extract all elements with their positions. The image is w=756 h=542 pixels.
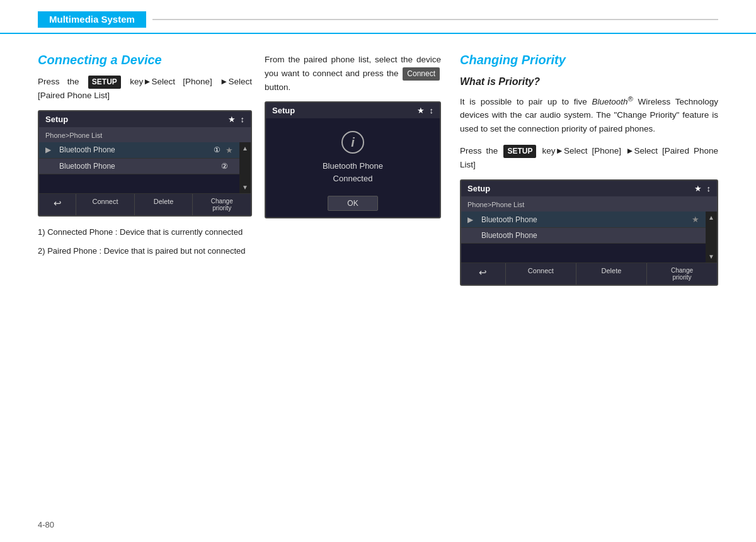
right-column: Changing Priority What is Priority? It i… bbox=[447, 53, 718, 295]
dialog-bt-icon: ★ bbox=[417, 106, 425, 115]
screen1-buttons: ↩ Connect Delete Changepriority bbox=[39, 193, 251, 215]
right-press-before: Press the bbox=[460, 146, 498, 155]
screen2-subheader-text: Phone>Phone List bbox=[467, 201, 524, 208]
page-number: 4-80 bbox=[38, 520, 54, 529]
usb-icon: ↕ bbox=[241, 115, 245, 124]
header-title-box: Multimedia System bbox=[38, 11, 146, 28]
bluetooth-icon: ★ bbox=[228, 115, 236, 124]
phone-name-1: Bluetooth Phone bbox=[59, 145, 214, 154]
back-button-1[interactable]: ↩ bbox=[39, 194, 76, 215]
phone-row-4: Bluetooth Phone bbox=[461, 228, 706, 244]
screen2-usb-icon: ↕ bbox=[707, 184, 711, 193]
setup-badge-right: SETUP bbox=[503, 145, 536, 158]
screen2-subheader: Phone>Phone List bbox=[461, 196, 717, 212]
scrollbar-1: ▲ ▼ bbox=[239, 142, 251, 193]
phone-name-3: Bluetooth Phone bbox=[481, 215, 692, 224]
changing-priority-heading: Changing Priority bbox=[460, 53, 718, 67]
connected-phone-text: Bluetooth Phone bbox=[323, 161, 383, 171]
play-icon-3: ▶ bbox=[467, 215, 478, 224]
info-icon: i bbox=[341, 131, 364, 154]
screen2-bt-icon: ★ bbox=[694, 184, 702, 193]
header-divider bbox=[152, 19, 718, 20]
right-press-text: Press the SETUP key►Select [Phone] ►Sele… bbox=[460, 144, 718, 172]
right-press-after: key►Select [Phone] ►Select [Paired Phone… bbox=[460, 146, 718, 169]
change-priority-button-2[interactable]: Changepriority bbox=[647, 263, 717, 285]
phone-num-2: ② bbox=[221, 162, 228, 171]
dialog-usb-icon: ↕ bbox=[430, 106, 434, 115]
phone-name-2: Bluetooth Phone bbox=[59, 162, 221, 171]
screen1-rows: ▶ Bluetooth Phone ① ★ Bluetooth Phone ② bbox=[39, 142, 239, 193]
connect-button-2[interactable]: Connect bbox=[506, 263, 576, 285]
screen2-body: ▶ Bluetooth Phone ★ Bluetooth Phone ▲ ▼ bbox=[461, 212, 717, 263]
screen-mockup-2: Setup ★ ↕ Phone>Phone List ▶ Bluetooth P… bbox=[460, 179, 718, 286]
left-column: Connecting a Device Press the SETUP key►… bbox=[38, 53, 252, 295]
phone-name-4: Bluetooth Phone bbox=[481, 231, 699, 240]
connecting-intro: Press the SETUP key►Select [Phone] ►Sele… bbox=[38, 75, 252, 103]
delete-button-1[interactable]: Delete bbox=[135, 194, 193, 215]
screen-mockup-1: Setup ★ ↕ Phone>Phone List ▶ Bluetooth P… bbox=[38, 110, 252, 217]
scroll-up-icon[interactable]: ▲ bbox=[242, 145, 248, 152]
screen2-title: Setup bbox=[467, 184, 685, 193]
dialog-body: i Bluetooth Phone Connected bbox=[266, 118, 440, 191]
what-is-priority-heading: What is Priority? bbox=[460, 76, 718, 88]
screen1-icons: ★ ↕ bbox=[228, 115, 245, 124]
ok-button[interactable]: OK bbox=[328, 196, 377, 211]
phone-num-1: ① bbox=[214, 145, 220, 154]
screen1-subheader: Phone>Phone List bbox=[39, 127, 251, 142]
screen2-buttons: ↩ Connect Delete Changepriority bbox=[461, 263, 717, 285]
press-text: Press the bbox=[38, 77, 79, 86]
header-title: Multimedia System bbox=[49, 14, 135, 25]
phone-row-1: ▶ Bluetooth Phone ① ★ bbox=[39, 142, 239, 159]
mid-intro-text: From the paired phone list, select the d… bbox=[265, 53, 441, 94]
screen1-empty-space bbox=[39, 174, 239, 193]
phone-row-3: ▶ Bluetooth Phone ★ bbox=[461, 212, 706, 228]
screen1-header: Setup ★ ↕ bbox=[39, 111, 251, 127]
scroll-down-icon[interactable]: ▼ bbox=[242, 184, 248, 191]
connected-status-text: Connected bbox=[333, 174, 373, 183]
page-header: Multimedia System bbox=[0, 0, 756, 34]
connecting-heading: Connecting a Device bbox=[38, 53, 252, 67]
dialog-icons: ★ ↕ bbox=[417, 106, 434, 115]
screen1-body: ▶ Bluetooth Phone ① ★ Bluetooth Phone ② … bbox=[39, 142, 251, 193]
connect-button-1[interactable]: Connect bbox=[76, 194, 135, 215]
dialog-footer: OK bbox=[266, 191, 440, 217]
connect-badge: Connect bbox=[403, 67, 440, 81]
scroll-down-icon-2[interactable]: ▼ bbox=[708, 253, 714, 260]
dialog-title: Setup bbox=[272, 106, 408, 115]
list-item-2: 2) Paired Phone : Device that is paired … bbox=[38, 244, 252, 258]
play-icon-1: ▶ bbox=[45, 145, 55, 154]
scrollbar-2: ▲ ▼ bbox=[706, 212, 717, 263]
screen1-subheader-text: Phone>Phone List bbox=[45, 132, 102, 139]
screen2-icons: ★ ↕ bbox=[694, 184, 711, 193]
change-priority-button-1[interactable]: Changepriority bbox=[193, 194, 251, 215]
screen2-header: Setup ★ ↕ bbox=[461, 181, 717, 196]
priority-body-text: It is possible to pair up to five Blueto… bbox=[460, 93, 718, 135]
mid-text-after: button. bbox=[265, 82, 290, 92]
page-footer: 4-80 bbox=[38, 520, 54, 529]
dialog-screen: Setup ★ ↕ i Bluetooth Phone Connected OK bbox=[265, 101, 441, 218]
back-button-2[interactable]: ↩ bbox=[461, 263, 506, 285]
delete-button-2[interactable]: Delete bbox=[576, 263, 647, 285]
main-content: Connecting a Device Press the SETUP key►… bbox=[0, 34, 756, 313]
list-item-1: 1) Connected Phone : Device that is curr… bbox=[38, 225, 252, 239]
dialog-connected-text: Bluetooth Phone Connected bbox=[323, 160, 383, 184]
screen2-empty-space bbox=[461, 244, 706, 263]
phone-row-2: Bluetooth Phone ② bbox=[39, 159, 239, 174]
dialog-header: Setup ★ ↕ bbox=[266, 103, 440, 118]
screen1-title: Setup bbox=[45, 115, 219, 124]
star-icon-1: ★ bbox=[226, 145, 233, 155]
star-icon-3: ★ bbox=[692, 215, 699, 224]
scroll-up-icon-2[interactable]: ▲ bbox=[708, 214, 714, 221]
setup-badge-left: SETUP bbox=[88, 76, 121, 89]
mid-column: From the paired phone list, select the d… bbox=[252, 53, 447, 295]
screen2-rows: ▶ Bluetooth Phone ★ Bluetooth Phone bbox=[461, 212, 706, 263]
